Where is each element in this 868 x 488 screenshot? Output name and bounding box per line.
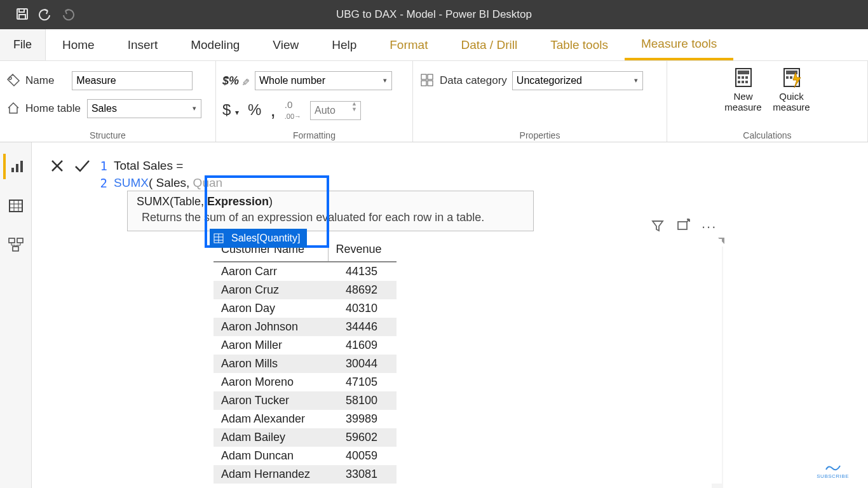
cell-name: Aaron Carr: [214, 262, 328, 281]
commit-icon[interactable]: [73, 158, 91, 176]
table-row[interactable]: Aaron Day40310: [214, 299, 397, 318]
cell-revenue: 30044: [328, 355, 397, 373]
group-formatting: $% ✎ ▾ $ ▾ % , .0.00→ ▲▼ Formatting: [216, 61, 413, 142]
undo-icon[interactable]: [38, 7, 52, 23]
quick-access-toolbar: [0, 7, 75, 23]
svg-rect-4: [421, 81, 426, 86]
tab-help[interactable]: Help: [315, 29, 373, 60]
cell-revenue: 59602: [328, 428, 397, 447]
group-label-structure: Structure: [6, 130, 209, 140]
window-title: UBG to DAX - Model - Power BI Desktop: [336, 8, 532, 21]
cell-revenue: 47105: [328, 373, 397, 391]
cell-revenue: 48692: [328, 281, 397, 299]
table-row[interactable]: Adam Bailey59602: [214, 428, 397, 447]
report-view-icon[interactable]: [3, 154, 29, 179]
svg-rect-12: [738, 81, 740, 83]
tab-home[interactable]: Home: [46, 29, 111, 60]
home-table-select[interactable]: [87, 99, 201, 118]
tab-measure-tools[interactable]: Measure tools: [625, 29, 733, 60]
group-label-properties: Properties: [419, 130, 660, 140]
svg-rect-27: [9, 238, 15, 243]
svg-rect-22: [10, 200, 22, 212]
cell-name: Aaron Miller: [214, 336, 328, 355]
table-row[interactable]: Adam Alexander39989: [214, 410, 397, 428]
svg-rect-29: [13, 247, 18, 251]
table-row[interactable]: Aaron Miller41609: [214, 336, 397, 355]
svg-rect-9: [738, 76, 740, 79]
cell-name: Aaron Johnson: [214, 318, 328, 336]
cell-name: Aaron Day: [214, 299, 328, 318]
tab-modeling[interactable]: Modeling: [174, 29, 256, 60]
table-row[interactable]: Adam Duncan40059: [214, 447, 397, 465]
format-select[interactable]: [255, 71, 392, 90]
redo-icon[interactable]: [61, 7, 75, 23]
cancel-icon[interactable]: [49, 158, 65, 176]
svg-rect-17: [786, 76, 789, 79]
data-view-icon[interactable]: [3, 193, 29, 219]
column-icon: [210, 229, 227, 247]
tab-view[interactable]: View: [256, 29, 315, 60]
ribbon: Name Home table ▾ Structure $% ✎ ▾: [0, 61, 868, 142]
precision-button[interactable]: .0.00→: [285, 99, 301, 121]
quick-measure-button[interactable]: Quick measure: [770, 66, 814, 112]
cell-name: Adam Bailey: [214, 428, 328, 447]
svg-rect-21: [20, 161, 23, 172]
group-structure: Name Home table ▾ Structure: [0, 61, 216, 142]
cell-name: Adam Hernandez: [214, 465, 328, 484]
currency-button[interactable]: $ ▾: [222, 101, 239, 119]
group-properties: Data category ▾ Properties: [413, 61, 667, 142]
dax-editor[interactable]: 1Total Sales = 2SUMX( Sales, Quan: [98, 158, 222, 191]
tab-format[interactable]: Format: [373, 29, 444, 60]
measure-name-input[interactable]: [72, 71, 193, 90]
tab-data-drill[interactable]: Data / Drill: [444, 29, 534, 60]
cell-name: Aaron Cruz: [214, 281, 328, 299]
data-category-label: Data category: [440, 74, 507, 87]
dax-line-1: Total Sales =: [114, 158, 183, 175]
tab-insert[interactable]: Insert: [111, 29, 175, 60]
model-view-icon[interactable]: [3, 233, 29, 258]
formula-bar: 1Total Sales = 2SUMX( Sales, Quan: [35, 152, 868, 191]
format-icon: $%: [222, 74, 239, 88]
filter-icon[interactable]: [651, 219, 665, 235]
title-bar: UBG to DAX - Model - Power BI Desktop: [0, 0, 868, 29]
column-header-revenue[interactable]: Revenue: [328, 239, 397, 262]
save-icon[interactable]: [15, 7, 29, 23]
chevron-down-icon[interactable]: ▾: [383, 76, 387, 85]
svg-rect-19: [11, 168, 14, 172]
new-measure-button[interactable]: New measure: [721, 66, 766, 112]
tab-table-tools[interactable]: Table tools: [534, 29, 625, 60]
more-options-icon[interactable]: ···: [702, 219, 717, 235]
tab-file[interactable]: File: [0, 29, 46, 60]
name-label: Name: [25, 74, 54, 87]
chevron-down-icon[interactable]: ▾: [634, 76, 638, 85]
autocomplete-item[interactable]: Sales[Quantity]: [210, 229, 307, 248]
percent-button[interactable]: %: [248, 101, 261, 119]
cell-name: Aaron Mills: [214, 355, 328, 373]
table-row[interactable]: Aaron Cruz48692: [214, 281, 397, 299]
home-icon: [6, 101, 20, 117]
table-row[interactable]: Aaron Moreno47105: [214, 373, 397, 391]
focus-mode-icon[interactable]: [676, 219, 690, 235]
svg-rect-18: [790, 76, 792, 79]
svg-rect-20: [16, 164, 18, 172]
cell-revenue: 34446: [328, 318, 397, 336]
table-row[interactable]: Aaron Mills30044: [214, 355, 397, 373]
data-category-select[interactable]: [512, 71, 643, 90]
subscribe-watermark: SUBSCRIBE: [817, 462, 849, 479]
chevron-down-icon[interactable]: ▾: [193, 104, 196, 112]
table-row[interactable]: Aaron Tucker58100: [214, 391, 397, 410]
svg-rect-13: [742, 81, 744, 83]
name-icon: [6, 73, 20, 89]
svg-rect-34: [678, 222, 687, 229]
category-icon: [419, 72, 435, 90]
cell-revenue: 40310: [328, 299, 397, 318]
cell-revenue: 41609: [328, 336, 397, 355]
svg-rect-1: [19, 9, 24, 12]
table-row[interactable]: Aaron Johnson34446: [214, 318, 397, 336]
table-row[interactable]: Adam Hernandez33081: [214, 465, 397, 484]
stepper-icon[interactable]: ▲▼: [351, 101, 357, 112]
table-visual[interactable]: Customer Name Revenue Aaron Carr44135Aar…: [214, 239, 722, 484]
svg-rect-6: [428, 81, 433, 86]
visual-toolbar: ···: [651, 219, 717, 235]
table-row[interactable]: Aaron Carr44135: [214, 262, 397, 281]
